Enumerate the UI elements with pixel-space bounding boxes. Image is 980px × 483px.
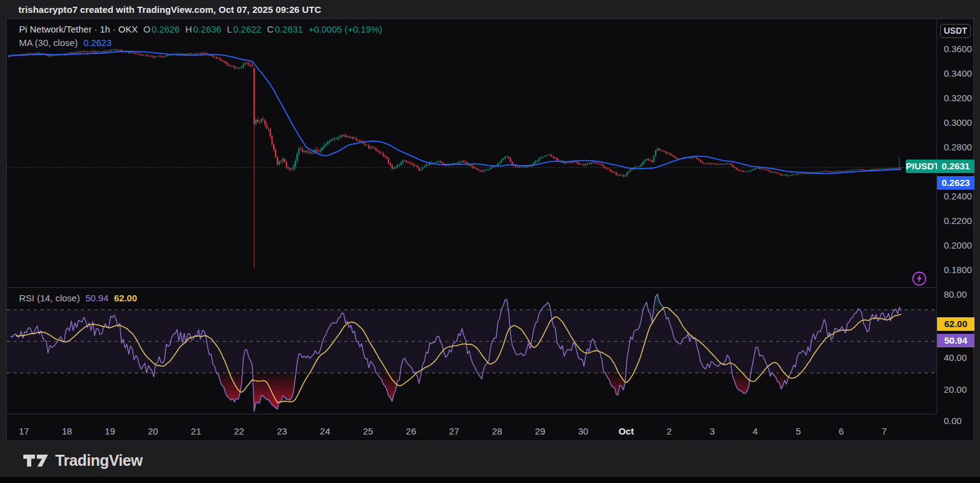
ohlc-high: H 0.2636: [185, 24, 222, 34]
price-tick-label: 0.3600: [944, 44, 979, 54]
ohlc-open: O 0.2626: [143, 24, 180, 34]
time-tick-label: 23: [269, 426, 296, 436]
price-axis-separator: [936, 19, 937, 414]
symbol-title: Pi Network/Tether · 1h · OKX: [19, 24, 137, 34]
time-tick-label: 2: [656, 426, 683, 436]
candles-down: [9, 48, 901, 268]
time-tick-label: 6: [828, 426, 855, 436]
ma30-line: [9, 52, 901, 174]
time-tick-label: 4: [742, 426, 769, 436]
rsi-tick-label: 20.00: [944, 384, 979, 395]
time-tick-label: Oct: [612, 426, 639, 436]
time-tick-label: 17: [10, 426, 37, 436]
price-tick-label: 0.3000: [944, 117, 979, 128]
rsi-tick-label: 80.00: [944, 289, 979, 299]
attribution-text: trishacrypto7 created with TradingView.c…: [18, 4, 321, 15]
rsi-legend-value: 50.94: [85, 293, 109, 303]
time-tick-label: 27: [441, 426, 468, 436]
time-tick-label: 5: [785, 426, 812, 436]
last-price-badge: 0.2631: [937, 160, 974, 173]
price-tick-label: 0.2400: [944, 191, 979, 201]
time-tick-label: 18: [53, 426, 80, 436]
time-tick-label: 3: [699, 426, 726, 436]
tradingview-logo-icon: [23, 454, 50, 468]
rsi-ma-legend-value: 62.00: [114, 293, 137, 303]
rsi-value-badge: 50.94: [937, 334, 974, 347]
ma-value-badge: 0.2623: [937, 176, 974, 190]
rsi-ma-value-badge: 62.00: [937, 317, 974, 331]
currency-button[interactable]: USDT: [940, 24, 971, 38]
ohlc-low: L 0.2622: [227, 24, 261, 34]
time-tick-label: 28: [484, 426, 511, 436]
time-tick-label: 24: [312, 426, 339, 436]
time-tick-label: 30: [569, 426, 596, 436]
bottom-edge-strip: [0, 477, 980, 483]
time-tick-label: 26: [398, 426, 425, 436]
ohlc-close: C 0.2631: [267, 24, 303, 34]
time-tick-label: 20: [139, 426, 166, 436]
price-tick-label: 0.3400: [944, 68, 979, 79]
time-tick-label: 7: [871, 426, 898, 436]
ma-legend-label: MA (30, close): [19, 37, 78, 48]
price-tick-label: 0.2800: [944, 142, 979, 152]
rsi-legend-title: RSI (14, close): [19, 293, 80, 303]
price-change: +0.0005 (+0.19%): [309, 24, 382, 34]
time-tick-label: 21: [182, 426, 209, 436]
time-tick-label: 19: [96, 426, 123, 436]
symbol-badge: PIUSDT: [906, 160, 937, 173]
tradingview-logo-text: TradingView: [55, 452, 142, 469]
price-and-rsi-chart-canvas[interactable]: [7, 19, 974, 442]
tradingview-logo[interactable]: TradingView: [23, 452, 142, 469]
ma-legend-value: 0.2623: [83, 37, 112, 48]
rsi-legend: RSI (14, close) 50.94 62.00: [19, 293, 137, 306]
price-tick-label: 0.2000: [944, 240, 979, 250]
time-tick-label: 25: [355, 426, 382, 436]
price-tick-label: 0.3200: [944, 93, 979, 103]
price-tick-label: 0.1800: [944, 265, 979, 275]
pane-separator-rsi-timeaxis: [7, 414, 936, 414]
pane-separator-main-rsi[interactable]: [7, 287, 936, 288]
chart-widget: Pi Network/Tether · 1h · OKX O 0.2626 H …: [6, 18, 974, 441]
flash-icon[interactable]: [911, 271, 927, 287]
time-tick-label: 29: [527, 426, 554, 436]
rsi-tick-label: 0.00: [944, 415, 979, 426]
time-tick-label: 22: [226, 426, 253, 436]
candles-up: [10, 49, 900, 177]
price-tick-label: 0.2200: [944, 215, 979, 226]
rsi-tick-label: 40.00: [944, 352, 979, 363]
main-chart-legend: Pi Network/Tether · 1h · OKX O 0.2626 H …: [19, 24, 382, 51]
